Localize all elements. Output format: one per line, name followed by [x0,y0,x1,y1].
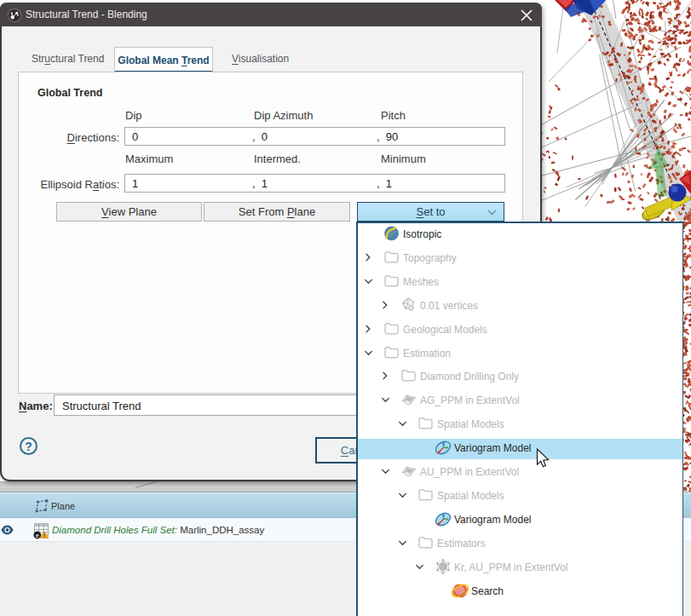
svg-text:e: e [36,532,39,539]
